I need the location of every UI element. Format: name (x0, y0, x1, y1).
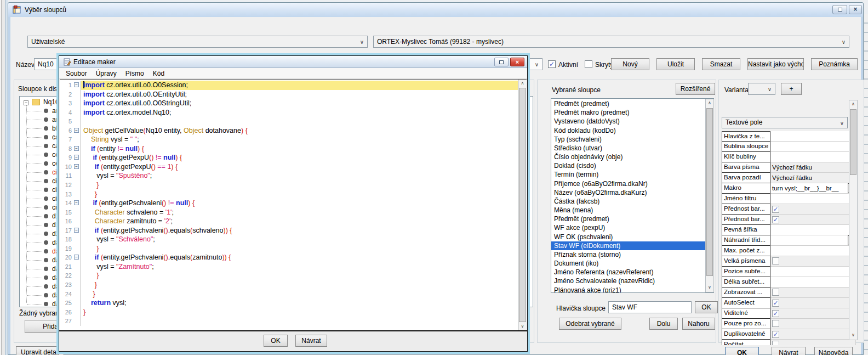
property-value[interactable]: ✓ (770, 215, 856, 225)
close-icon[interactable]: × (849, 5, 862, 14)
code-line[interactable]: 13 } (60, 190, 518, 199)
code-line[interactable]: 11 vysl = "Spuštěno"; (60, 171, 518, 181)
property-value[interactable]: 0 (770, 246, 856, 256)
selected-column-item[interactable]: WF akce (pexpU) (551, 223, 713, 232)
property-checkbox[interactable]: ✓ (772, 300, 779, 307)
code-line[interactable]: 8− if (entity != null) { (60, 144, 518, 154)
menu-item-upravy[interactable]: Úpravy (92, 68, 121, 78)
selected-column-item[interactable]: Předmět makro (predmet) (551, 108, 713, 117)
selected-column-item[interactable]: Měna (mena) (551, 206, 713, 215)
code-line[interactable]: 24 } (60, 290, 518, 299)
code-line[interactable]: 9− if (entity.getPexpU() != null) { (60, 153, 518, 162)
scroll-up-icon[interactable]: ∧ (706, 99, 713, 108)
code-lines[interactable]: 1−import cz.ortex.util.o0.O0Session;2imp… (60, 80, 518, 330)
selected-column-item[interactable]: Název (o6aByO2firma.dkaKurz) (551, 188, 713, 197)
property-checkbox[interactable] (772, 257, 779, 264)
maximize-button[interactable] (832, 5, 847, 14)
scroll-down-icon[interactable]: ∨ (518, 323, 527, 330)
action-button-0[interactable]: Nový (611, 58, 649, 70)
selected-column-item[interactable]: Příjemce (o6aByO2firma.dkaNr) (551, 179, 713, 188)
scroll-up-icon[interactable]: ∧ (849, 100, 857, 109)
selected-column-item[interactable]: Předmět (predmet) (551, 215, 713, 223)
code-line[interactable]: 10− if (entity.getPexpU() == 1) { (60, 162, 518, 172)
code-line[interactable]: 15 Character schvaleno = '1'; (60, 208, 518, 217)
view-type-combobox[interactable]: Uživatelské ∨ (27, 36, 368, 48)
code-line[interactable]: 19 } (60, 244, 518, 253)
selected-column-item[interactable]: Doklad (cisdo) (551, 161, 713, 170)
code-line[interactable]: 22 } (60, 271, 518, 280)
code-line[interactable]: 5 (60, 117, 518, 126)
property-value[interactable]: 0 (770, 277, 856, 288)
move-up-button[interactable]: Nahoru (682, 318, 715, 330)
property-value[interactable]: ▼ (770, 235, 856, 246)
selected-column-item[interactable]: Částka (fakcsb) (551, 197, 713, 206)
menu-item-kod[interactable]: Kód (149, 68, 169, 78)
maker-titlebar[interactable]: Editace maker × (59, 56, 527, 68)
property-value[interactable]: 0 (770, 267, 856, 277)
dialog-footer-button-0[interactable]: OK (725, 347, 759, 355)
selected-column-item[interactable]: Předmět (predmet) (551, 99, 713, 108)
scrollbar-thumb[interactable] (850, 109, 856, 175)
property-value[interactable] (770, 152, 856, 162)
code-line[interactable]: 14− if (entity.getPschvaleni() != null) … (60, 199, 518, 208)
code-line[interactable]: 4import cz.ortex.model.Nq10; (60, 108, 518, 117)
code-line[interactable]: 3import cz.ortex.util.o0.O0StringUtil; (60, 99, 518, 108)
property-checkbox[interactable] (772, 341, 779, 345)
variant-add-button[interactable]: + (781, 83, 802, 95)
property-value[interactable] (770, 131, 856, 142)
field-type-combobox[interactable]: Textové pole ∨ (722, 117, 848, 128)
owner-combobox[interactable]: ORTEX-Myslivec Tomáš (99182 - myslivec) … (373, 36, 849, 48)
maker-ok-button[interactable]: OK (264, 335, 288, 347)
property-value[interactable]: turn vysl;__br__}__br__▼ (770, 183, 856, 194)
dialog-footer-button-1[interactable]: Návrat (772, 347, 806, 355)
action-button-3[interactable]: Nastavit jako výchozí (747, 58, 804, 70)
fold-collapse-icon[interactable]: − (74, 200, 79, 205)
property-checkbox[interactable]: ✓ (772, 331, 779, 338)
selected-column-item[interactable]: Vystaveno (datdoVyst) (551, 117, 713, 126)
selected-column-item[interactable]: Termín (termin) (551, 170, 713, 179)
aktivni-checkbox[interactable]: ✓ (548, 60, 556, 68)
variant-combobox[interactable]: ∨ (748, 83, 775, 95)
editor-scrollbar[interactable]: ∧ ∨ (518, 80, 527, 330)
code-line[interactable]: 17− if (entity.getPschvaleni().equals(sc… (60, 226, 518, 235)
header-input[interactable]: Stav WF (608, 301, 692, 313)
selected-column-item[interactable]: Příznak storna (storno) (551, 250, 713, 259)
property-checkbox[interactable]: ✓ (772, 206, 779, 213)
action-button-1[interactable]: Uložit (656, 58, 695, 70)
dialog-titlebar[interactable]: Výběr sloupců × (8, 3, 863, 17)
properties-scrollbar[interactable]: ∧ ∨ (849, 100, 858, 340)
property-value[interactable] (770, 256, 856, 267)
scroll-down-icon[interactable]: ∨ (706, 284, 713, 292)
selected-column-item[interactable]: Dokument (iko) (551, 259, 713, 268)
collapse-icon[interactable]: − (24, 100, 28, 105)
header-ok-button[interactable]: OK (695, 301, 718, 313)
code-line[interactable]: 25 return vysl; (60, 298, 518, 308)
move-down-button[interactable]: Dolu (649, 318, 678, 330)
code-line[interactable]: 12 } (60, 181, 518, 190)
code-line[interactable]: 18 vysl = "Schváleno"; (60, 235, 518, 244)
fold-collapse-icon[interactable]: − (74, 82, 79, 87)
property-value[interactable]: ✓ (770, 308, 856, 319)
code-editor[interactable]: 1−import cz.ortex.util.o0.O0Session;2imp… (60, 79, 527, 330)
code-line[interactable]: 6−Object getCellValue(Nq10 entity, Objec… (60, 126, 518, 136)
selected-column-item[interactable]: Plánovaná akce (priz1) (551, 286, 713, 293)
scroll-down-icon[interactable]: ∨ (849, 331, 857, 340)
selected-column-item[interactable]: Typ (sschvaleni) (551, 135, 713, 144)
property-value[interactable] (770, 225, 856, 235)
fold-collapse-icon[interactable]: − (74, 255, 79, 260)
maker-return-button[interactable]: Návrat (295, 335, 327, 347)
maker-close-icon[interactable]: × (510, 58, 524, 66)
fold-collapse-icon[interactable]: − (74, 164, 79, 169)
property-checkbox[interactable] (772, 320, 779, 327)
property-value[interactable]: Výchozí řádku∨ (770, 173, 856, 183)
code-line[interactable]: 7 String vysl = " "; (60, 135, 518, 144)
fold-collapse-icon[interactable]: − (74, 228, 79, 233)
scroll-up-icon[interactable]: ∧ (518, 80, 527, 87)
action-button-2[interactable]: Smazat (702, 58, 740, 70)
maker-maximize-button[interactable] (494, 58, 509, 66)
property-value[interactable]: ✓ (770, 298, 856, 308)
code-line[interactable]: 27 (60, 317, 518, 326)
selected-column-item[interactable]: Jméno Referenta (nazevReferent) (551, 268, 713, 277)
scrollbar-thumb[interactable] (519, 88, 526, 322)
code-line[interactable]: 26} (60, 308, 518, 317)
